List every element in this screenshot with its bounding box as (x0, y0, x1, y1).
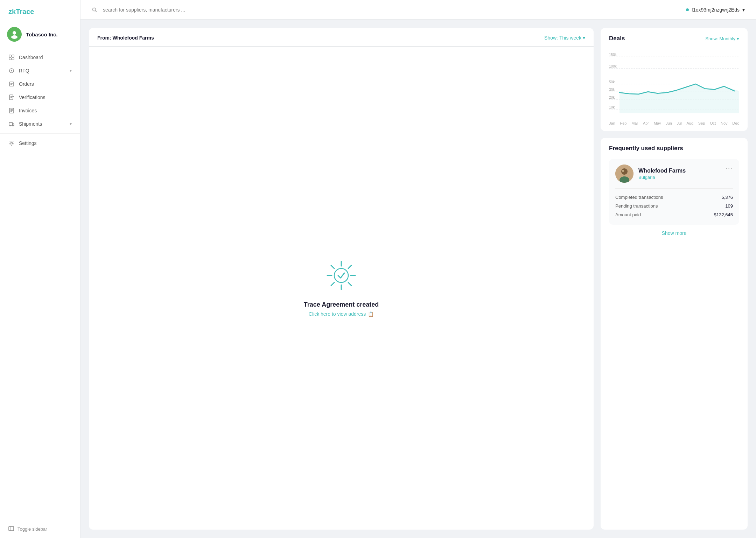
logo-zk: zk (8, 8, 16, 15)
svg-point-0 (13, 31, 16, 35)
month-jun: Jun (666, 121, 672, 125)
svg-text:50k: 50k (609, 79, 615, 84)
sidebar-item-invoices[interactable]: Invoices (0, 104, 80, 117)
svg-rect-14 (9, 526, 14, 531)
svg-text:30k: 30k (609, 88, 615, 92)
verifications-icon (8, 94, 15, 100)
shipments-icon (8, 121, 15, 127)
sidebar-item-shipments[interactable]: Shipments ▾ (0, 117, 80, 131)
month-sep: Sep (698, 121, 705, 125)
svg-rect-8 (9, 95, 13, 100)
svg-point-24 (334, 268, 348, 282)
chevron-shipments-icon: ▾ (70, 121, 72, 126)
svg-line-20 (331, 265, 334, 268)
deals-card: Deals Show: Monthly ▾ (601, 28, 748, 131)
from-farm: Wholefood Farms (113, 35, 154, 41)
stat-completed-label: Completed transactions (615, 195, 663, 200)
svg-rect-5 (12, 58, 14, 60)
nav-divider (0, 133, 80, 134)
trace-icon (326, 260, 357, 291)
panel-header: From: Wholefood Farms Show: This week ▾ (89, 28, 594, 47)
svg-rect-10 (9, 123, 13, 125)
toggle-sidebar-button[interactable]: Toggle sidebar (0, 520, 80, 538)
suppliers-title: Frequently used suppliers (609, 145, 683, 152)
stat-pending-label: Pending transactions (615, 203, 658, 209)
suppliers-card: Frequently used suppliers (601, 138, 748, 530)
stat-completed-value: 5,376 (721, 195, 733, 200)
chart-x-labels: Jan Feb Mar Apr May Jun Jul Aug Sep Oct … (609, 119, 739, 125)
sidebar: zkTrace Tobasco Inc. Dashboard (0, 0, 80, 538)
svg-point-11 (10, 125, 10, 126)
month-jan: Jan (609, 121, 615, 125)
sidebar-item-rfq[interactable]: RFQ ▾ (0, 64, 80, 77)
sidebar-item-orders[interactable]: Orders (0, 77, 80, 91)
rfq-icon (8, 68, 15, 74)
sidebar-nav: Dashboard RFQ ▾ Orders (0, 48, 80, 520)
deals-chart: 150k 100k 50k 30k 20k 10k (609, 49, 739, 119)
show-more-button[interactable]: Show more (609, 225, 739, 237)
user-id-display[interactable]: f1ox93mj2nzgwrj2Eds ▾ (686, 7, 745, 13)
sidebar-item-settings[interactable]: Settings (0, 137, 80, 150)
sidebar-label-rfq: RFQ (19, 68, 65, 74)
supplier-menu-button[interactable]: ··· (726, 165, 733, 172)
stat-pending-value: 109 (725, 203, 733, 209)
show-value: This week (559, 35, 581, 41)
trace-panel: From: Wholefood Farms Show: This week ▾ (89, 28, 594, 530)
deals-show-value: Monthly (719, 36, 735, 41)
content-area: From: Wholefood Farms Show: This week ▾ (80, 20, 756, 538)
toggle-sidebar-label: Toggle sidebar (18, 526, 47, 532)
suppliers-header: Frequently used suppliers (609, 145, 739, 152)
month-mar: Mar (631, 121, 638, 125)
deals-title: Deals (609, 35, 625, 42)
trace-content: Trace Agreement created Click here to vi… (89, 47, 594, 530)
avatar (7, 27, 22, 42)
stat-pending: Pending transactions 109 (615, 202, 733, 210)
svg-rect-3 (12, 55, 14, 57)
from-label: From: Wholefood Farms (97, 35, 154, 41)
user-menu-chevron-icon: ▾ (742, 7, 745, 13)
trace-link-text: Click here to view address (309, 311, 366, 317)
svg-point-1 (11, 35, 18, 39)
stat-amount-value: $132,645 (714, 212, 733, 217)
app-logo: zkTrace (0, 0, 80, 22)
supplier-stats: Completed transactions 5,376 Pending tra… (615, 188, 733, 219)
trace-link[interactable]: Click here to view address 📋 (309, 311, 374, 317)
sidebar-label-orders: Orders (19, 81, 72, 87)
trace-title: Trace Agreement created (304, 301, 379, 308)
show-label: Show: (544, 35, 558, 41)
username: Tobasco Inc. (26, 32, 58, 37)
supplier-name: Wholefood Farms (638, 168, 686, 174)
user-profile[interactable]: Tobasco Inc. (0, 22, 80, 48)
deals-period-filter[interactable]: Show: Monthly ▾ (705, 36, 739, 41)
supplier-avatar (615, 165, 634, 183)
svg-line-22 (348, 265, 351, 268)
svg-text:20k: 20k (609, 95, 615, 100)
copy-icon: 📋 (368, 311, 374, 317)
grid-icon (8, 54, 15, 61)
deals-show-label: Show: (705, 36, 718, 41)
svg-line-23 (331, 282, 334, 286)
month-may: May (654, 121, 661, 125)
sidebar-label-dashboard: Dashboard (19, 55, 72, 60)
svg-rect-4 (9, 58, 11, 60)
sidebar-item-verifications[interactable]: Verifications (0, 91, 80, 104)
chevron-filter-icon: ▾ (583, 35, 585, 41)
svg-text:100k: 100k (609, 64, 617, 69)
search-icon (92, 7, 97, 13)
show-filter[interactable]: Show: This week ▾ (544, 35, 585, 41)
right-panel: Deals Show: Monthly ▾ (601, 28, 748, 530)
svg-text:150k: 150k (609, 53, 617, 57)
sidebar-item-dashboard[interactable]: Dashboard (0, 51, 80, 64)
supplier-country: Bulgaria (638, 175, 686, 180)
month-oct: Oct (710, 121, 716, 125)
chevron-down-icon: ▾ (70, 68, 72, 73)
supplier-info: Wholefood Farms Bulgaria (615, 165, 686, 183)
deals-header: Deals Show: Monthly ▾ (609, 35, 739, 42)
sidebar-label-invoices: Invoices (19, 108, 72, 113)
svg-rect-7 (9, 82, 14, 86)
logo-trace: Trace (16, 8, 34, 15)
search-input[interactable] (103, 7, 680, 13)
month-aug: Aug (687, 121, 694, 125)
month-jul: Jul (677, 121, 682, 125)
stat-amount: Amount paid $132,645 (615, 210, 733, 219)
